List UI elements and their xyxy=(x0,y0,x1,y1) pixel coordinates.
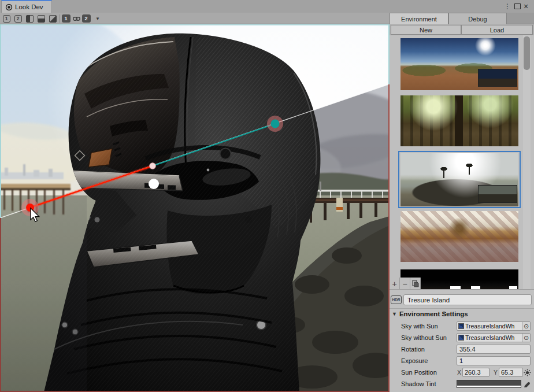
object-picker-icon[interactable]: ⊙ xyxy=(522,322,530,330)
exposure-row: Exposure xyxy=(390,356,534,367)
link-icon xyxy=(73,16,80,21)
window-title: Look Dev xyxy=(15,3,43,10)
exposure-field[interactable] xyxy=(457,356,531,365)
hdr-badge-icon: HDR xyxy=(391,295,402,304)
sky-without-sun-label: Sky without Sun xyxy=(401,334,447,341)
sun-icon xyxy=(524,369,531,376)
shadow-tint-row: Shadow Tint xyxy=(390,379,534,390)
night-light xyxy=(509,286,517,290)
sky-without-sun-value: TreasureIslandWh xyxy=(465,334,522,341)
link-environments-button[interactable] xyxy=(71,14,81,23)
environment-1-badge: 1 xyxy=(62,14,71,23)
toolbar-dropdown-button[interactable]: ▼ xyxy=(92,14,103,23)
environment-settings-section: ▼ Environment Settings Sky with Sun Trea… xyxy=(390,308,534,392)
eyedropper-icon xyxy=(524,380,531,388)
hdri-list-tools: + − xyxy=(390,278,421,290)
chevron-down-icon: ▼ xyxy=(95,16,100,21)
hdri-thumbnail-list: + − xyxy=(390,35,534,290)
palm-tree xyxy=(443,169,444,178)
shadow-tint-label: Shadow Tint xyxy=(401,380,436,387)
foldout-triangle-icon: ▼ xyxy=(392,311,397,317)
sky-with-sun-object-field[interactable]: TreasureIslandWh ⊙ xyxy=(457,321,531,331)
exposure-label: Exposure xyxy=(401,357,428,364)
object-picker-icon[interactable]: ⊙ xyxy=(522,334,530,342)
white-bolt-detail xyxy=(149,179,159,189)
duplicate-hdri-button[interactable] xyxy=(410,278,421,290)
window-maximize-icon[interactable] xyxy=(514,3,521,9)
library-actions: New Load xyxy=(390,24,534,35)
split-view-button[interactable] xyxy=(36,14,46,23)
palm-tree xyxy=(469,166,470,175)
single-view-1-icon: 1 xyxy=(3,15,10,23)
split-shaded-zone xyxy=(0,188,87,392)
remove-hdri-button[interactable]: − xyxy=(400,278,410,290)
side-by-side-view-button[interactable] xyxy=(24,14,35,23)
lookdev-render-scene xyxy=(0,24,390,392)
environment-settings-title: Environment Settings xyxy=(399,310,468,317)
window-tab-lookdev[interactable]: Look Dev xyxy=(1,0,52,13)
horizontal-split-icon xyxy=(38,15,45,23)
hdri-inset-preview xyxy=(478,69,517,87)
environment-name-row: HDR xyxy=(390,292,534,308)
sun-position-label: Sun Position xyxy=(401,369,437,376)
panel-tab-strip: Environment Debug xyxy=(390,13,534,24)
night-light xyxy=(450,286,461,290)
hdri-inset-preview xyxy=(478,185,517,203)
night-light xyxy=(471,286,480,290)
scrollbar-thumb[interactable] xyxy=(524,36,530,70)
sun-position-row: Sun Position X Y xyxy=(390,367,534,379)
sky-with-sun-row: Sky with Sun TreasureIslandWh ⊙ xyxy=(390,321,534,332)
shadow-tint-color-swatch[interactable] xyxy=(457,380,521,388)
environment-1-button[interactable]: 1 xyxy=(61,14,71,23)
new-button[interactable]: New xyxy=(391,25,461,35)
toolbar-separator xyxy=(59,14,60,23)
hdri-thumbnail-forest[interactable] xyxy=(400,95,518,146)
sky-without-sun-object-field[interactable]: TreasureIslandWh ⊙ xyxy=(457,333,531,342)
thumbnail-scrollbar[interactable] xyxy=(523,35,531,290)
hdri-thumbnail-church[interactable] xyxy=(400,211,518,262)
cubemap-texture-icon xyxy=(458,323,464,329)
window-close-icon[interactable]: × xyxy=(524,2,528,11)
vertical-split-icon xyxy=(26,15,34,23)
rotation-row: Rotation xyxy=(390,344,534,356)
environment-2-badge: 2 xyxy=(82,14,91,23)
environment-settings-header[interactable]: ▼ Environment Settings xyxy=(392,310,468,317)
add-hdri-button[interactable]: + xyxy=(390,278,400,290)
window-menu-icon[interactable]: ⋮ xyxy=(504,2,511,11)
tab-debug[interactable]: Debug xyxy=(448,13,507,24)
cubemap-texture-icon xyxy=(458,335,464,341)
set-sun-from-view-button[interactable] xyxy=(522,368,532,377)
rotation-label: Rotation xyxy=(401,346,425,353)
diagonal-split-icon xyxy=(49,15,57,23)
single-view-2-button[interactable]: 2 xyxy=(13,14,23,23)
tab-environment[interactable]: Environment xyxy=(390,13,448,24)
sun-y-label: Y xyxy=(494,369,498,376)
environment-2-button[interactable]: 2 xyxy=(81,14,91,23)
sun-x-label: X xyxy=(457,369,461,376)
single-view-1-button[interactable]: 1 xyxy=(1,14,12,23)
sky-with-sun-label: Sky with Sun xyxy=(401,323,438,330)
sky-without-sun-row: Sky without Sun TreasureIslandWh ⊙ xyxy=(390,332,534,344)
lookdev-viewport[interactable] xyxy=(0,24,390,392)
rotation-field[interactable] xyxy=(457,345,531,354)
alpha-bar xyxy=(457,386,521,387)
eyedropper-button[interactable] xyxy=(522,379,532,389)
title-bar: Look Dev ⋮ × xyxy=(0,0,534,13)
hdri-thumbnail-treasure-island[interactable] xyxy=(400,153,518,206)
gizmo-center-handle[interactable] xyxy=(150,163,155,169)
eye-icon xyxy=(5,3,13,11)
sky-with-sun-value: TreasureIslandWh xyxy=(465,323,522,330)
load-button[interactable]: Load xyxy=(461,25,533,35)
lookdev-toolbar: 1 2 1 2 ▼ xyxy=(0,13,390,24)
environment-name-field[interactable] xyxy=(403,294,532,305)
duplicate-icon xyxy=(412,280,419,287)
sun-y-field[interactable] xyxy=(499,368,523,377)
hdri-thumbnail-sunny-grassland[interactable] xyxy=(400,38,518,90)
zone-view-button[interactable] xyxy=(47,14,58,23)
single-view-2-icon: 2 xyxy=(14,15,22,23)
sun-x-field[interactable] xyxy=(462,368,490,377)
